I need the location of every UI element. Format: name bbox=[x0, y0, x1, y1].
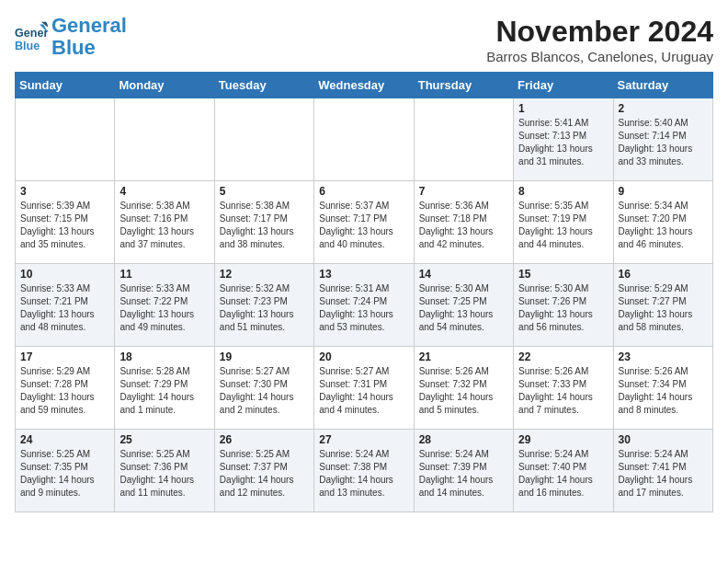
day-info: Sunrise: 5:31 AM Sunset: 7:24 PM Dayligh… bbox=[319, 282, 408, 334]
day-info: Sunrise: 5:29 AM Sunset: 7:27 PM Dayligh… bbox=[619, 282, 708, 334]
day-number: 25 bbox=[119, 433, 209, 446]
weekday-header-thursday: Thursday bbox=[414, 73, 513, 98]
day-info: Sunrise: 5:24 AM Sunset: 7:40 PM Dayligh… bbox=[518, 448, 608, 500]
calendar-cell: 12Sunrise: 5:32 AM Sunset: 7:23 PM Dayli… bbox=[214, 264, 313, 347]
day-number: 13 bbox=[319, 268, 408, 281]
calendar-cell: 28Sunrise: 5:24 AM Sunset: 7:39 PM Dayli… bbox=[414, 430, 513, 512]
title-block: November 2024 Barros Blancos, Canelones,… bbox=[486, 15, 713, 64]
logo-text: General Blue bbox=[51, 15, 127, 59]
day-info: Sunrise: 5:25 AM Sunset: 7:35 PM Dayligh… bbox=[20, 448, 109, 500]
calendar-week-row: 3Sunrise: 5:39 AM Sunset: 7:15 PM Daylig… bbox=[16, 181, 713, 264]
calendar-cell: 13Sunrise: 5:31 AM Sunset: 7:24 PM Dayli… bbox=[314, 264, 414, 347]
weekday-header-tuesday: Tuesday bbox=[214, 73, 313, 98]
day-info: Sunrise: 5:33 AM Sunset: 7:22 PM Dayligh… bbox=[119, 282, 209, 334]
day-number: 24 bbox=[20, 433, 109, 446]
calendar-cell: 10Sunrise: 5:33 AM Sunset: 7:21 PM Dayli… bbox=[16, 264, 115, 347]
day-number: 4 bbox=[119, 185, 209, 198]
day-number: 7 bbox=[419, 185, 508, 198]
logo-line2: Blue bbox=[51, 36, 96, 59]
month-title: November 2024 bbox=[486, 15, 713, 49]
day-number: 30 bbox=[619, 433, 708, 446]
calendar-week-row: 17Sunrise: 5:29 AM Sunset: 7:28 PM Dayli… bbox=[16, 347, 713, 430]
day-number: 16 bbox=[619, 268, 708, 281]
day-info: Sunrise: 5:36 AM Sunset: 7:18 PM Dayligh… bbox=[419, 200, 508, 251]
day-info: Sunrise: 5:26 AM Sunset: 7:32 PM Dayligh… bbox=[419, 365, 508, 417]
calendar-week-row: 10Sunrise: 5:33 AM Sunset: 7:21 PM Dayli… bbox=[16, 264, 713, 347]
day-number: 19 bbox=[220, 350, 309, 363]
calendar-cell bbox=[314, 98, 414, 181]
calendar-cell: 20Sunrise: 5:27 AM Sunset: 7:31 PM Dayli… bbox=[314, 347, 414, 430]
weekday-header-sunday: Sunday bbox=[16, 73, 115, 98]
calendar-cell bbox=[16, 98, 115, 181]
weekday-header-row: SundayMondayTuesdayWednesdayThursdayFrid… bbox=[16, 73, 713, 98]
calendar-cell: 27Sunrise: 5:24 AM Sunset: 7:38 PM Dayli… bbox=[314, 430, 414, 512]
day-info: Sunrise: 5:32 AM Sunset: 7:23 PM Dayligh… bbox=[220, 282, 309, 334]
calendar-cell: 26Sunrise: 5:25 AM Sunset: 7:37 PM Dayli… bbox=[214, 430, 313, 512]
day-info: Sunrise: 5:29 AM Sunset: 7:28 PM Dayligh… bbox=[20, 365, 109, 417]
calendar-cell: 19Sunrise: 5:27 AM Sunset: 7:30 PM Dayli… bbox=[214, 347, 313, 430]
calendar-week-row: 24Sunrise: 5:25 AM Sunset: 7:35 PM Dayli… bbox=[16, 430, 713, 512]
calendar-cell: 8Sunrise: 5:35 AM Sunset: 7:19 PM Daylig… bbox=[514, 181, 613, 264]
calendar-cell: 11Sunrise: 5:33 AM Sunset: 7:22 PM Dayli… bbox=[115, 264, 214, 347]
calendar-cell: 2Sunrise: 5:40 AM Sunset: 7:14 PM Daylig… bbox=[613, 98, 712, 181]
day-number: 29 bbox=[518, 433, 608, 446]
day-number: 21 bbox=[419, 350, 508, 363]
day-number: 23 bbox=[619, 350, 708, 363]
day-info: Sunrise: 5:24 AM Sunset: 7:39 PM Dayligh… bbox=[419, 448, 508, 500]
day-info: Sunrise: 5:27 AM Sunset: 7:31 PM Dayligh… bbox=[319, 365, 408, 417]
calendar-cell: 22Sunrise: 5:26 AM Sunset: 7:33 PM Dayli… bbox=[514, 347, 613, 430]
svg-text:General: General bbox=[15, 27, 48, 40]
calendar-cell: 14Sunrise: 5:30 AM Sunset: 7:25 PM Dayli… bbox=[414, 264, 513, 347]
calendar-cell: 9Sunrise: 5:34 AM Sunset: 7:20 PM Daylig… bbox=[613, 181, 712, 264]
calendar-cell: 5Sunrise: 5:38 AM Sunset: 7:17 PM Daylig… bbox=[214, 181, 313, 264]
day-number: 18 bbox=[119, 350, 209, 363]
calendar-cell: 25Sunrise: 5:25 AM Sunset: 7:36 PM Dayli… bbox=[115, 430, 214, 512]
calendar-cell: 23Sunrise: 5:26 AM Sunset: 7:34 PM Dayli… bbox=[613, 347, 712, 430]
calendar-cell: 6Sunrise: 5:37 AM Sunset: 7:17 PM Daylig… bbox=[314, 181, 414, 264]
weekday-header-monday: Monday bbox=[115, 73, 214, 98]
page-header: General Blue General Blue November 2024 … bbox=[15, 15, 713, 64]
day-info: Sunrise: 5:38 AM Sunset: 7:17 PM Dayligh… bbox=[220, 200, 309, 251]
calendar-cell bbox=[414, 98, 513, 181]
weekday-header-friday: Friday bbox=[514, 73, 613, 98]
day-number: 2 bbox=[619, 102, 708, 115]
day-number: 12 bbox=[220, 268, 309, 281]
day-info: Sunrise: 5:28 AM Sunset: 7:29 PM Dayligh… bbox=[119, 365, 209, 417]
calendar-cell: 7Sunrise: 5:36 AM Sunset: 7:18 PM Daylig… bbox=[414, 181, 513, 264]
calendar-table: SundayMondayTuesdayWednesdayThursdayFrid… bbox=[15, 72, 713, 512]
calendar-cell: 24Sunrise: 5:25 AM Sunset: 7:35 PM Dayli… bbox=[16, 430, 115, 512]
day-info: Sunrise: 5:37 AM Sunset: 7:17 PM Dayligh… bbox=[319, 200, 408, 251]
day-number: 9 bbox=[619, 185, 708, 198]
day-number: 6 bbox=[319, 185, 408, 198]
day-number: 14 bbox=[419, 268, 508, 281]
day-number: 26 bbox=[220, 433, 309, 446]
day-number: 11 bbox=[119, 268, 209, 281]
day-info: Sunrise: 5:40 AM Sunset: 7:14 PM Dayligh… bbox=[619, 117, 708, 168]
calendar-cell: 30Sunrise: 5:24 AM Sunset: 7:41 PM Dayli… bbox=[613, 430, 712, 512]
calendar-cell: 18Sunrise: 5:28 AM Sunset: 7:29 PM Dayli… bbox=[115, 347, 214, 430]
calendar-cell: 17Sunrise: 5:29 AM Sunset: 7:28 PM Dayli… bbox=[16, 347, 115, 430]
day-number: 3 bbox=[20, 185, 109, 198]
day-info: Sunrise: 5:35 AM Sunset: 7:19 PM Dayligh… bbox=[518, 200, 608, 251]
day-info: Sunrise: 5:30 AM Sunset: 7:25 PM Dayligh… bbox=[419, 282, 508, 334]
day-info: Sunrise: 5:24 AM Sunset: 7:41 PM Dayligh… bbox=[619, 448, 708, 500]
calendar-cell: 21Sunrise: 5:26 AM Sunset: 7:32 PM Dayli… bbox=[414, 347, 513, 430]
day-info: Sunrise: 5:27 AM Sunset: 7:30 PM Dayligh… bbox=[220, 365, 309, 417]
calendar-cell: 1Sunrise: 5:41 AM Sunset: 7:13 PM Daylig… bbox=[514, 98, 613, 181]
day-info: Sunrise: 5:30 AM Sunset: 7:26 PM Dayligh… bbox=[518, 282, 608, 334]
day-number: 8 bbox=[518, 185, 608, 198]
day-number: 28 bbox=[419, 433, 508, 446]
logo-line1: General bbox=[51, 14, 127, 37]
day-info: Sunrise: 5:24 AM Sunset: 7:38 PM Dayligh… bbox=[319, 448, 408, 500]
day-number: 20 bbox=[319, 350, 408, 363]
weekday-header-wednesday: Wednesday bbox=[314, 73, 414, 98]
calendar-cell: 3Sunrise: 5:39 AM Sunset: 7:15 PM Daylig… bbox=[16, 181, 115, 264]
day-info: Sunrise: 5:25 AM Sunset: 7:36 PM Dayligh… bbox=[119, 448, 209, 500]
day-info: Sunrise: 5:41 AM Sunset: 7:13 PM Dayligh… bbox=[518, 117, 608, 168]
day-info: Sunrise: 5:26 AM Sunset: 7:33 PM Dayligh… bbox=[518, 365, 608, 417]
day-number: 1 bbox=[518, 102, 608, 115]
svg-text:Blue: Blue bbox=[15, 40, 40, 52]
calendar-cell: 15Sunrise: 5:30 AM Sunset: 7:26 PM Dayli… bbox=[514, 264, 613, 347]
calendar-cell: 16Sunrise: 5:29 AM Sunset: 7:27 PM Dayli… bbox=[613, 264, 712, 347]
day-number: 17 bbox=[20, 350, 109, 363]
